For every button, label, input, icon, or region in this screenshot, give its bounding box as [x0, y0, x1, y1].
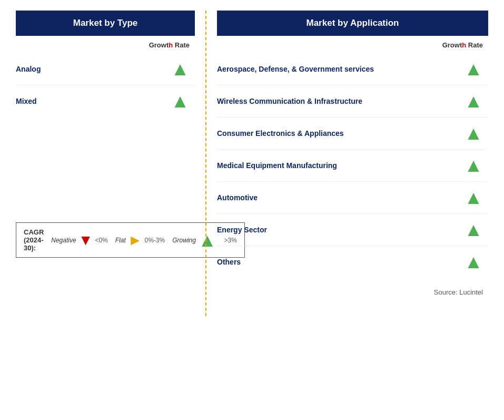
- table-row: Wireless Communication & Infrastructure …: [217, 85, 488, 118]
- table-row: Analog ▲: [16, 53, 195, 85]
- row-label-energy: Energy Sector: [217, 226, 464, 234]
- row-label-medical: Medical Equipment Manufacturing: [217, 161, 464, 170]
- row-label-consumer: Consumer Electronics & Appliances: [217, 129, 464, 138]
- arrow-up-icon: ▲: [464, 156, 483, 175]
- negative-value: <0%: [95, 237, 107, 244]
- table-row: Automotive ▲: [217, 182, 488, 214]
- arrow-up-icon: ▲: [464, 188, 483, 207]
- table-row: Energy Sector ▲: [217, 214, 488, 246]
- arrow-up-icon: ▲: [464, 220, 483, 239]
- row-label-wireless: Wireless Communication & Infrastructure: [217, 97, 464, 105]
- row-label-aerospace: Aerospace, Defense, & Government service…: [217, 65, 464, 73]
- table-row: Medical Equipment Manufacturing ▲: [217, 150, 488, 182]
- arrow-up-icon: ▲: [464, 252, 483, 271]
- legend-negative: Negative ▼ <0%: [51, 233, 107, 248]
- row-label-analog: Analog: [16, 65, 171, 73]
- arrow-up-icon: ▲: [171, 60, 190, 79]
- right-growth-rate-label: Growth Rate: [217, 41, 488, 49]
- left-growth-rate-label: Growth Rate: [16, 41, 195, 49]
- legend-flat: Flat ► 0%-3%: [115, 233, 165, 248]
- arrow-down-icon: ▼: [78, 233, 93, 248]
- cagr-label: CAGR (2024-30):: [24, 228, 44, 252]
- table-row: Consumer Electronics & Appliances ▲: [217, 118, 488, 150]
- legend-box: CAGR (2024-30): Negative ▼ <0% Flat ► 0%…: [16, 222, 245, 258]
- arrow-up-icon: ▲: [464, 60, 483, 79]
- table-row: Others ▲: [217, 246, 488, 278]
- right-panel-title: Market by Application: [217, 11, 488, 36]
- main-container: Market by Type Growth Rate Analog ▲ Mixe…: [11, 11, 493, 316]
- table-row: Aerospace, Defense, & Government service…: [217, 53, 488, 85]
- row-label-automotive: Automotive: [217, 193, 464, 202]
- right-rows: Aerospace, Defense, & Government service…: [217, 53, 488, 278]
- flat-value: 0%-3%: [144, 237, 165, 244]
- right-panel: Market by Application Growth Rate Aerosp…: [212, 11, 493, 296]
- flat-label: Flat: [115, 237, 126, 244]
- row-label-others: Others: [217, 258, 464, 266]
- arrow-up-icon: ▲: [464, 92, 483, 111]
- table-row: Mixed ▲: [16, 85, 195, 117]
- divider: [205, 11, 206, 316]
- arrow-up-icon: ▲: [171, 92, 190, 111]
- left-panel: Market by Type Growth Rate Analog ▲ Mixe…: [11, 11, 200, 258]
- growing-label: Growing: [172, 237, 196, 244]
- arrow-up-icon: ▲: [464, 124, 483, 143]
- negative-label: Negative: [51, 237, 76, 244]
- left-panel-title: Market by Type: [16, 11, 195, 36]
- source-text: Source: Lucintel: [217, 288, 488, 296]
- row-label-mixed: Mixed: [16, 97, 171, 105]
- arrow-right-icon: ►: [128, 233, 143, 248]
- left-rows: Analog ▲ Mixed ▲: [16, 53, 195, 117]
